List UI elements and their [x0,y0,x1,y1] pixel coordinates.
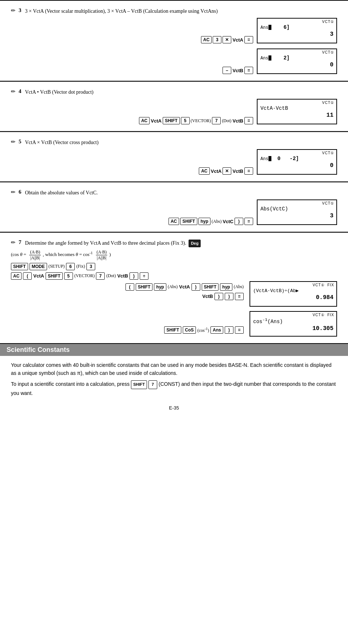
key-vctb-1: VctB [232,68,243,73]
ex7-header: ✏ 7 Determine the angle formed by VctA a… [11,239,337,247]
ex5-row: AC VctA ✕ VctB = VCT① Ans 0 -2] 0 [11,149,337,175]
ex3-d1-indicator: VCT① [322,20,334,24]
key-eq-2[interactable]: = [244,67,253,74]
key-hyp-6[interactable]: hyp [198,218,210,225]
key-dot-4: (Dot) [222,118,231,124]
key-eq-7b[interactable]: = [235,293,244,300]
key-eq-4[interactable]: = [244,117,253,124]
key-5-4[interactable]: 5 [181,117,190,124]
key-rparen-7a[interactable]: ) [129,272,138,280]
section-ex7: ✏ 7 Determine the angle formed by VctA a… [0,232,348,343]
key-rparen-7b4[interactable]: ) [225,293,233,300]
key-eq-6[interactable]: = [244,218,253,225]
ex7-keys2a: ( SHIFT hyp (Abs) VctA ) SHIFT hyp (Abs) [11,283,244,291]
ex4-indicator: VCT① [322,101,334,105]
key-shift-4[interactable]: SHIFT [163,117,180,124]
key-cos-7c[interactable]: CoS [183,326,196,334]
ex7-d1-content: (VctA·VctB)÷(Ab▶ [253,288,333,294]
ex6-keys: AC SHIFT hyp (Abs) VctC ) = [11,218,253,225]
key-rparen-7c[interactable]: ) [225,326,233,334]
key-vcta-7b: VctA [179,284,190,290]
key-5-7a[interactable]: 5 [64,272,73,280]
key-shift-7b2[interactable]: SHIFT [202,283,219,291]
key-fix-label: (Fix) [76,264,85,269]
pencil-icon-3: ✏ [11,7,16,14]
key-7-7a[interactable]: 7 [96,272,105,280]
ex4-row: AC VctA SHIFT 5 (VECTOR) 7 (Dot) VctB = … [11,99,337,124]
key-eq-5[interactable]: = [244,167,253,175]
key-ac-7[interactable]: AC [11,272,22,280]
ex3-d2-result: 0 [260,62,333,68]
ex3-keys2: – VctB = [11,67,253,74]
ex3-d1-content: Ans 6] [260,24,333,30]
page: ✏ 3 3 × VctA (Vector scalar multiplicati… [0,0,348,415]
key-ac-6[interactable]: AC [169,218,179,225]
ex3-d1-result: 3 [260,31,333,38]
key-3[interactable]: 3 [213,36,221,43]
ex3-row2: – VctB = VCT① Ans 2] 0 [11,49,337,74]
key-shift-7a[interactable]: SHIFT [46,272,63,280]
key-vctc-6: VctC [223,219,233,224]
key-7-const[interactable]: 7 [148,380,157,389]
ex3-display1: VCT① Ans 6] 3 [257,18,337,43]
ex7-display1: VCT① FIX (VctA·VctB)÷(Ab▶ 0.984 [250,281,337,307]
ex5-indicator: VCT① [322,151,334,155]
key-rparen-6[interactable]: ) [235,218,243,225]
key-ans-7c[interactable]: Ans [210,326,223,334]
key-shift-const[interactable]: SHIFT [131,380,147,389]
ex3-row1: AC 3 ✕ VctA = VCT① Ans 6] 3 [11,18,337,43]
key-lparen-7a[interactable]: ( [23,272,32,280]
ex4-number: 4 [19,88,22,94]
key-3-setup[interactable]: 3 [86,263,95,270]
key-vcta-7a: VctA [33,273,44,279]
key-shift-7c[interactable]: SHIFT [164,326,181,334]
section-ex3: ✏ 3 3 × VctA (Vector scalar multiplicati… [0,0,348,81]
key-setup-label: (SETUP) [49,264,65,269]
section-ex5: ✏ 5 VctA × VctB (Vector cross product) A… [0,131,348,181]
key-6-setup[interactable]: 6 [66,263,75,270]
ex3-display2: VCT① Ans 2] 0 [257,49,337,74]
fraction-2: (A·B) |A||B| [96,249,108,261]
key-times-1[interactable]: ✕ [223,36,231,43]
pencil-icon-7: ✏ [11,239,16,246]
key-hyp-7b2[interactable]: hyp [220,283,232,291]
key-minus-1[interactable]: – [223,67,231,74]
key-ac-4[interactable]: AC [139,117,150,124]
key-7-4[interactable]: 7 [212,117,221,124]
key-ac-1[interactable]: AC [201,36,212,43]
ex3-d2-content: Ans 2] [260,55,333,61]
key-dot-7a: (Dot) [106,273,116,279]
key-ac-5[interactable]: AC [199,167,209,175]
ex7-display2: VCT① FIX cos-1(Ans) 10.305 [250,311,337,337]
ex4-keys: AC VctA SHIFT 5 (VECTOR) 7 (Dot) VctB = [11,117,253,124]
key-shift-setup[interactable]: SHIFT [11,263,28,270]
key-shift-7b[interactable]: SHIFT [136,283,153,291]
sci-constants-title: Scientific Constants [7,346,70,353]
key-div-7a[interactable]: ÷ [140,272,148,280]
key-hyp-7b[interactable]: hyp [154,283,166,291]
key-vcta-5: VctA [211,168,222,174]
key-lparen-7b[interactable]: ( [125,283,134,291]
section-ex6: ✏ 6 Obtain the absolute values of VctC. … [0,182,348,232]
ex6-row: AC SHIFT hyp (Abs) VctC ) = VCT① Abs(Vct… [11,199,337,225]
key-rparen-7b[interactable]: ) [192,283,200,291]
ex4-header: ✏ 4 VctA • VctB (Vector dot product) [11,88,337,96]
section-ex4: ✏ 4 VctA • VctB (Vector dot product) AC … [0,81,348,131]
ex6-content: Abs(VctC) [260,206,333,212]
ex5-keys: AC VctA ✕ VctB = [11,167,253,175]
key-times-5[interactable]: ✕ [223,167,231,175]
ex5-result: 0 [260,162,333,169]
key-mode-setup[interactable]: MODE [30,263,47,270]
key-eq-1[interactable]: = [244,36,253,43]
key-vctb-7b: VctB [202,294,213,299]
ex6-display: VCT① Abs(VctC) 3 [257,199,337,225]
key-eq-7c[interactable]: = [235,326,244,334]
sci-constants-para2: To input a scientific constant into a ca… [11,380,337,397]
key-rparen-7b3[interactable]: ) [214,293,223,300]
fraction-1: (A·B) |A||B| [29,249,41,261]
ex3-d2-indicator: VCT① [322,50,334,54]
sci-constants-para1: Your calculator comes with 40 built-in s… [11,361,337,377]
key-shift-6[interactable]: SHIFT [180,218,197,225]
key-vector-4: (VECTOR) [191,118,211,124]
ex4-title: VctA • VctB (Vector dot product) [25,88,337,96]
